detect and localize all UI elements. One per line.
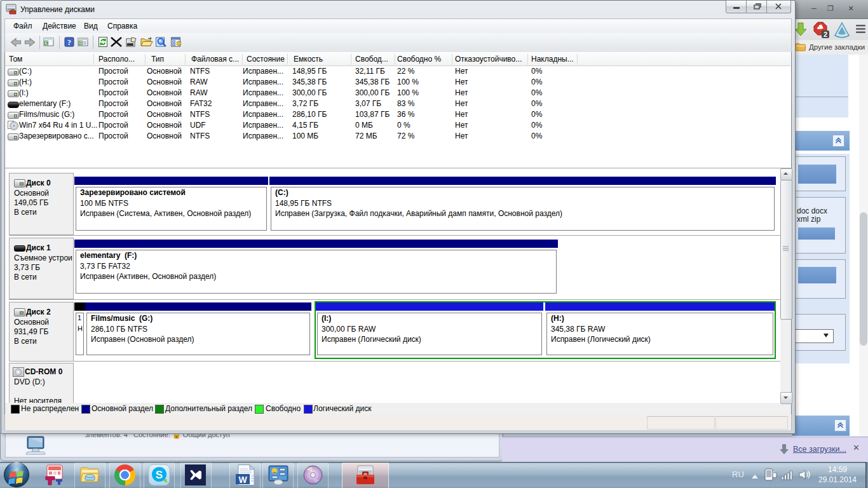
svg-text:S: S	[156, 469, 163, 481]
svg-text:2: 2	[824, 30, 827, 38]
svg-text:?: ?	[67, 38, 71, 47]
svg-text:W: W	[238, 475, 247, 485]
